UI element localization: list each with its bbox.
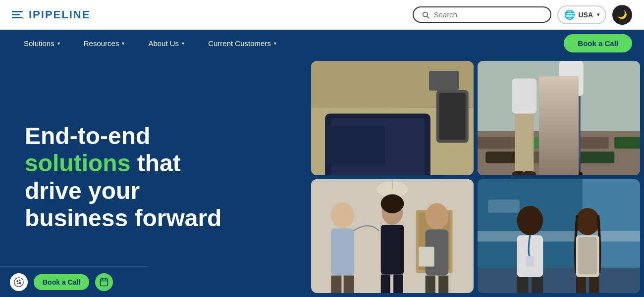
svg-point-71 xyxy=(17,280,18,282)
hero-section: End-to-end solutions thatdrive yourbusin… xyxy=(0,57,644,297)
theme-toggle-button[interactable]: 🌙 xyxy=(612,5,632,25)
top-right-controls: 🌐 USA ▾ 🌙 xyxy=(413,5,632,25)
hero-photos xyxy=(307,57,644,297)
svg-point-70 xyxy=(14,277,23,286)
chevron-down-icon: ▾ xyxy=(274,41,276,46)
nav-item-about[interactable]: About Us ▾ xyxy=(136,30,196,57)
book-call-button[interactable]: Book a Call xyxy=(564,34,632,52)
svg-point-72 xyxy=(19,280,20,281)
cookie-icon xyxy=(10,273,28,291)
top-bar: IPIPELINE 🌐 USA ▾ 🌙 xyxy=(0,0,644,30)
hero-title: End-to-end solutions thatdrive yourbusin… xyxy=(25,122,282,232)
svg-rect-75 xyxy=(101,279,108,286)
photo-people-walking xyxy=(478,61,640,175)
nav-item-customers[interactable]: Current Customers ▾ xyxy=(196,30,288,57)
theme-icon: 🌙 xyxy=(617,10,627,19)
chevron-down-icon: ▾ xyxy=(597,12,599,17)
svg-rect-29 xyxy=(562,90,581,172)
svg-point-74 xyxy=(17,283,18,284)
chevron-down-icon: ▾ xyxy=(122,41,124,46)
region-label: USA xyxy=(578,11,593,19)
chevron-down-icon: ▾ xyxy=(182,41,184,46)
nav-item-solutions[interactable]: Solutions ▾ xyxy=(12,30,72,57)
photo-office-people xyxy=(478,179,640,294)
chevron-down-icon: ▾ xyxy=(57,41,60,46)
bottom-book-call-button[interactable]: Book a Call xyxy=(34,274,89,290)
nav-item-resources[interactable]: Resources ▾ xyxy=(72,30,137,57)
globe-icon: 🌐 xyxy=(564,9,575,20)
svg-rect-30 xyxy=(562,157,570,175)
navigation-bar: Solutions ▾ Resources ▾ About Us ▾ Curre… xyxy=(0,30,644,57)
logo: IPIPELINE xyxy=(12,8,90,21)
bottom-bar: Book a Call xyxy=(0,266,149,297)
photo-group-meeting xyxy=(311,179,474,294)
search-icon xyxy=(422,11,429,19)
region-button[interactable]: 🌐 USA ▾ xyxy=(557,5,606,24)
svg-line-1 xyxy=(427,16,429,18)
svg-point-73 xyxy=(19,282,21,284)
search-input[interactable] xyxy=(433,10,542,19)
hero-text: End-to-end solutions thatdrive yourbusin… xyxy=(0,57,307,297)
menu-icon xyxy=(12,11,23,18)
calendar-icon xyxy=(95,273,113,291)
photo-tech xyxy=(311,61,474,175)
search-bar[interactable] xyxy=(413,6,551,23)
svg-point-32 xyxy=(559,171,573,175)
svg-rect-34 xyxy=(562,90,581,95)
logo-text: IPIPELINE xyxy=(29,8,90,21)
nav-links: Solutions ▾ Resources ▾ About Us ▾ Curre… xyxy=(12,30,288,57)
